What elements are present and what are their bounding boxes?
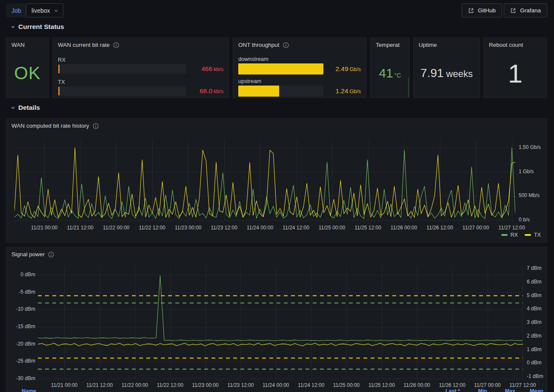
bitrate-legend: RXTX — [501, 232, 541, 238]
legend-item-rx[interactable]: RX — [501, 232, 518, 238]
panel-title: Signal power — [11, 251, 45, 258]
info-icon[interactable] — [113, 42, 119, 48]
upstream-gauge: upstream 1.24Gb/s — [238, 78, 361, 97]
gauge-track — [58, 86, 186, 96]
axis-tick-label: 11/24 12:00 — [293, 382, 329, 388]
temperature-sparkline — [408, 77, 409, 97]
panel-wan-current-bit-rate: WAN current bit rate RX 466kb/s TX 68.0k… — [52, 37, 229, 98]
axis-tick-label: 11/22 00:00 — [98, 225, 134, 231]
panel-title: Reboot count — [489, 42, 523, 48]
axis-tick-label: 11/24 12:00 — [278, 225, 314, 231]
axis-tick-label: 11/22 12:00 — [134, 225, 170, 231]
axis-tick-label: 11/26 00:00 — [386, 225, 422, 231]
axis-tick-label: 500 Mb/s — [519, 192, 540, 198]
axis-tick-label: 11/27 12:00 — [505, 382, 540, 388]
legend-table-header-max[interactable]: Max — [485, 388, 515, 392]
job-variable-dropdown[interactable]: livebox — [26, 3, 63, 17]
gauge-label: upstream — [238, 78, 361, 84]
panel-title: ONT throughput — [238, 42, 280, 48]
gauge-fill — [58, 87, 60, 95]
chevron-down-icon — [54, 8, 59, 13]
axis-tick-label: 11/26 12:00 — [434, 382, 470, 388]
panel-title: WAN current bit rate — [58, 42, 110, 48]
axis-tick-label: 2 dBm — [527, 333, 542, 339]
axis-tick-label: -30 dBm — [9, 375, 35, 381]
legend-table-header-last[interactable]: Last * — [430, 388, 460, 392]
axis-tick-label: 1 Gb/s — [519, 169, 534, 175]
gauge-value: 466kb/s — [190, 65, 223, 73]
axis-tick-label: 11/27 12:00 — [494, 225, 530, 231]
info-icon[interactable] — [48, 252, 54, 258]
bitrate-history-plot[interactable] — [14, 138, 515, 223]
gauge-value: 68.0kb/s — [190, 87, 223, 95]
gauge-track — [238, 63, 323, 74]
panel-uptime: Uptime 7.91weeks — [413, 37, 480, 98]
section-current-status[interactable]: Current Status — [11, 23, 64, 31]
wan-status-value: OK — [14, 63, 41, 83]
gauge-value: 1.24Gb/s — [328, 87, 361, 95]
downstream-gauge: downstream 2.49Gb/s — [238, 56, 361, 74]
grafana-dashboard: Job livebox GitHub Grafana Current Statu… — [0, 0, 554, 392]
legend-label: TX — [534, 232, 541, 238]
panel-title: Temperat — [376, 42, 400, 48]
gauge-fill — [238, 86, 279, 97]
axis-tick-label: 5 dBm — [527, 292, 542, 298]
axis-tick-label: 0 dBm — [527, 360, 542, 366]
external-link-icon — [468, 8, 474, 14]
axis-tick-label: 11/25 12:00 — [350, 225, 386, 231]
axis-tick-label: 7 dBm — [527, 265, 542, 271]
panel-wan: WAN OK — [6, 37, 49, 98]
axis-tick-label: -5 dBm — [9, 289, 35, 295]
axis-tick-label: 4 dBm — [527, 306, 542, 312]
legend-table-header-name[interactable]: Name — [22, 388, 36, 392]
axis-tick-label: 3 dBm — [527, 319, 542, 325]
axis-tick-label: 11/21 00:00 — [46, 382, 82, 388]
panel-temperature: Temperat 41°C — [370, 37, 410, 98]
legend-label: RX — [511, 232, 518, 238]
axis-tick-label: -25 dBm — [9, 358, 35, 364]
grafana-link-button[interactable]: Grafana — [504, 3, 547, 17]
axis-tick-label: 11/25 00:00 — [328, 382, 364, 388]
legend-swatch — [501, 234, 508, 236]
axis-tick-label: 11/22 12:00 — [152, 382, 188, 388]
gauge-value: 2.49Gb/s — [328, 65, 361, 73]
axis-tick-label: 11/23 12:00 — [206, 225, 242, 231]
axis-tick-label: 11/27 00:00 — [458, 225, 494, 231]
axis-tick-label: 11/25 00:00 — [314, 225, 350, 231]
axis-tick-label: 11/21 12:00 — [63, 225, 98, 231]
job-variable-value: livebox — [31, 7, 50, 14]
temperature-value: 41°C — [379, 66, 401, 80]
axis-tick-label: 11/22 00:00 — [117, 382, 153, 388]
reboot-count-value: 1 — [508, 58, 523, 89]
section-details[interactable]: Details — [11, 104, 40, 112]
axis-tick-label: 6 dBm — [527, 279, 542, 285]
chevron-down-icon — [11, 25, 15, 29]
info-icon[interactable] — [93, 123, 99, 129]
axis-tick-label: 11/27 00:00 — [470, 382, 505, 388]
legend-item-tx[interactable]: TX — [525, 232, 541, 238]
axis-tick-label: 11/21 12:00 — [82, 382, 117, 388]
panel-signal-power: Signal power 0 dBm-5 dBm-10 dBm-15 dBm-2… — [6, 247, 547, 392]
legend-table-header-mean[interactable]: Mean — [514, 388, 543, 392]
info-icon[interactable] — [283, 42, 289, 48]
panel-bitrate-history: WAN computed bit rate history 1.50 Gb/s1… — [6, 118, 547, 243]
gauge-label: RX — [58, 57, 223, 63]
gauge-fill — [58, 65, 60, 73]
axis-tick-label: 11/23 12:00 — [223, 382, 258, 388]
rx-gauge: RX 466kb/s — [58, 57, 223, 74]
axis-tick-label: 1 dBm — [527, 346, 542, 352]
axis-tick-label: -15 dBm — [9, 323, 35, 329]
gauge-fill — [238, 63, 323, 74]
axis-tick-label: 0 b/s — [519, 217, 530, 223]
gauge-label: downstream — [238, 56, 361, 62]
legend-swatch — [525, 234, 531, 236]
signal-power-plot[interactable] — [38, 263, 523, 382]
gauge-track — [58, 64, 186, 74]
legend-table-header-min[interactable]: Min — [457, 388, 487, 392]
uptime-value: 7.91weeks — [420, 66, 473, 80]
gauge-track — [238, 86, 323, 97]
axis-tick-label: -10 dBm — [9, 306, 35, 312]
axis-tick-label: 1.50 Gb/s — [519, 144, 541, 150]
job-variable-label: Job — [6, 3, 27, 17]
github-link-button[interactable]: GitHub — [462, 3, 502, 17]
